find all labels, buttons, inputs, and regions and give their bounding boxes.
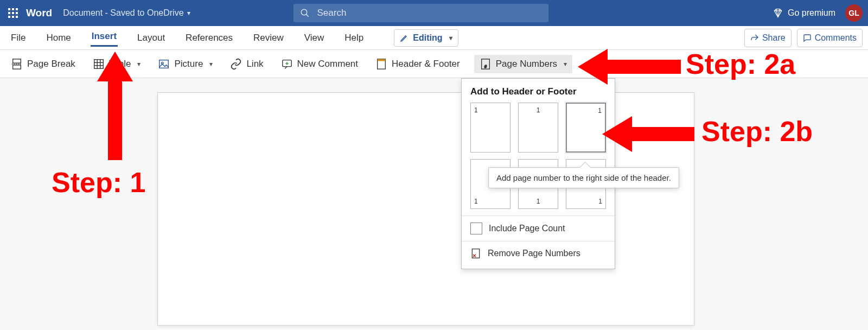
- remove-page-numbers-label: Remove Page Numbers: [488, 249, 580, 258]
- chevron-down-icon: ▾: [209, 60, 213, 68]
- share-label: Share: [762, 33, 786, 43]
- page-break-icon: [11, 58, 23, 70]
- comments-label: Comments: [815, 33, 857, 43]
- remove-icon: [470, 248, 481, 259]
- editing-label: Editing: [413, 33, 442, 43]
- svg-point-9: [301, 9, 307, 15]
- search-icon: [300, 8, 310, 18]
- tab-home[interactable]: Home: [45, 30, 72, 46]
- page-break-button[interactable]: Page Break: [8, 56, 79, 72]
- tab-file[interactable]: File: [10, 30, 27, 46]
- avatar[interactable]: GL: [845, 4, 863, 22]
- include-page-count-label: Include Page Count: [489, 224, 565, 233]
- svg-rect-1: [12, 8, 14, 10]
- annotation-arrow-step2a: [578, 49, 681, 85]
- svg-text:#: #: [484, 64, 487, 69]
- svg-marker-36: [602, 116, 694, 152]
- new-comment-button[interactable]: New Comment: [278, 56, 361, 72]
- new-comment-label: New Comment: [297, 59, 358, 69]
- tab-insert[interactable]: Insert: [91, 29, 118, 47]
- header-footer-button[interactable]: Header & Footer: [372, 56, 463, 72]
- share-icon: [750, 34, 759, 42]
- svg-rect-7: [12, 16, 14, 18]
- document-status-text: Document - Saved to OneDrive: [63, 8, 183, 18]
- pen-icon: [400, 34, 409, 42]
- annotation-arrow-step1: [97, 52, 133, 160]
- svg-rect-8: [16, 16, 18, 18]
- svg-rect-15: [13, 65, 21, 68]
- page-numbers-icon: #: [480, 58, 492, 70]
- tab-help[interactable]: Help: [343, 30, 365, 46]
- page-numbers-button[interactable]: # Page Numbers ▾: [474, 55, 572, 73]
- remove-page-numbers-button[interactable]: Remove Page Numbers: [462, 241, 615, 265]
- tab-layout[interactable]: Layout: [136, 30, 166, 46]
- annotation-label-step2b: Step: 2b: [701, 117, 813, 145]
- header-footer-label: Header & Footer: [392, 59, 460, 69]
- header-left-option[interactable]: 1: [470, 103, 510, 153]
- title-bar: Word Document - Saved to OneDrive ▾ Sear…: [0, 0, 868, 26]
- svg-line-10: [306, 14, 309, 17]
- svg-rect-14: [13, 59, 21, 62]
- comments-button[interactable]: Comments: [797, 29, 863, 47]
- chevron-down-icon: ▾: [564, 60, 567, 68]
- link-button[interactable]: Link: [227, 56, 266, 72]
- link-label: Link: [246, 59, 263, 69]
- premium-diamond-icon: [773, 8, 783, 18]
- page-numbers-label: Page Numbers: [496, 59, 557, 69]
- go-premium-button[interactable]: Go premium: [773, 8, 835, 18]
- app-launcher-icon[interactable]: [0, 8, 26, 18]
- svg-rect-3: [8, 12, 10, 14]
- share-button[interactable]: Share: [744, 29, 792, 47]
- svg-rect-28: [378, 59, 386, 61]
- svg-rect-22: [159, 60, 169, 68]
- svg-rect-0: [8, 8, 10, 10]
- go-premium-label: Go premium: [788, 8, 835, 18]
- menu-tabs: File Home Insert Layout References Revie…: [0, 26, 868, 50]
- tab-view[interactable]: View: [303, 30, 326, 46]
- page-break-label: Page Break: [27, 59, 75, 69]
- tooltip: Add page number to the right side of the…: [488, 167, 679, 188]
- tab-references[interactable]: References: [184, 30, 234, 46]
- chevron-down-icon: ▾: [187, 9, 190, 17]
- avatar-initials: GL: [848, 9, 859, 17]
- header-center-option[interactable]: 1: [518, 103, 558, 153]
- annotation-label-step1: Step: 1: [52, 168, 145, 196]
- chevron-down-icon: ▾: [137, 60, 141, 68]
- picture-button[interactable]: Picture ▾: [155, 56, 216, 72]
- new-comment-icon: [281, 58, 293, 70]
- svg-marker-35: [578, 49, 681, 85]
- annotation-arrow-step2b: [602, 116, 694, 152]
- comment-icon: [803, 34, 812, 42]
- tooltip-text: Add page number to the right side of the…: [496, 173, 671, 182]
- picture-label: Picture: [174, 59, 203, 69]
- tab-review[interactable]: Review: [252, 30, 285, 46]
- annotation-label-step2a: Step: 2a: [686, 50, 795, 78]
- svg-rect-2: [16, 8, 18, 10]
- search-input[interactable]: Search: [293, 4, 548, 22]
- editing-mode-dropdown[interactable]: Editing ▾: [394, 29, 458, 47]
- picture-icon: [158, 58, 170, 70]
- checkbox-icon: [470, 223, 482, 234]
- svg-rect-6: [8, 16, 10, 18]
- app-name: Word: [26, 7, 52, 19]
- svg-rect-5: [16, 12, 18, 14]
- header-position-row: 1 1 1: [462, 103, 615, 159]
- document-title-dropdown[interactable]: Document - Saved to OneDrive ▾: [63, 8, 190, 18]
- svg-rect-4: [12, 12, 14, 14]
- svg-marker-34: [97, 52, 133, 160]
- include-page-count-checkbox[interactable]: Include Page Count: [462, 215, 615, 241]
- header-right-option[interactable]: 1: [566, 103, 606, 153]
- search-placeholder: Search: [317, 8, 347, 18]
- header-footer-icon: [375, 58, 387, 70]
- chevron-down-icon: ▾: [449, 34, 452, 42]
- link-icon: [230, 58, 242, 70]
